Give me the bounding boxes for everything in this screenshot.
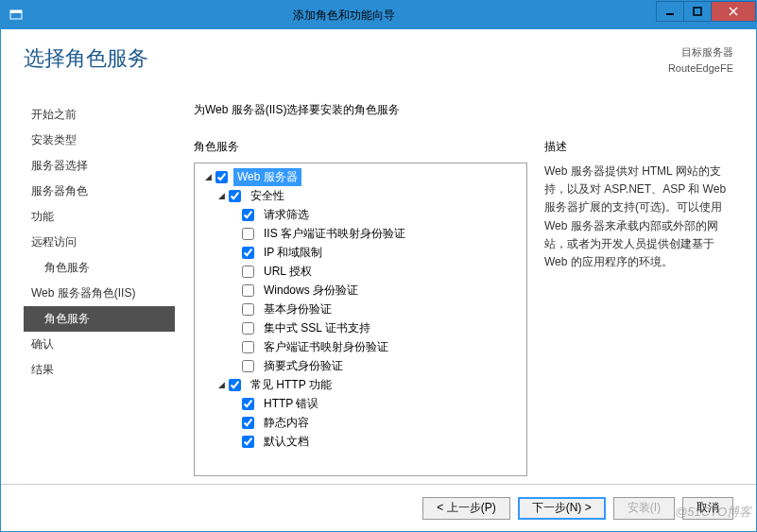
sidebar-step[interactable]: Web 服务器角色(IIS) — [24, 281, 175, 306]
window-title: 添加角色和功能向导 — [31, 8, 657, 24]
titlebar: 添加角色和功能向导 — [1, 1, 756, 29]
tree-row[interactable]: IIS 客户端证书映射身份验证 — [197, 224, 525, 243]
maximize-button[interactable] — [683, 1, 712, 22]
roles-label: 角色服务 — [194, 139, 527, 155]
sidebar-step[interactable]: 功能 — [24, 204, 175, 230]
target-info: 目标服务器 RouteEdgeFE — [668, 44, 733, 76]
content-area: 选择角色服务 目标服务器 RouteEdgeFE 开始之前安装类型服务器选择服务… — [1, 29, 756, 476]
tree-toggle-spacer — [229, 417, 240, 428]
roles-tree[interactable]: ◢Web 服务器◢安全性请求筛选IIS 客户端证书映射身份验证IP 和域限制UR… — [194, 163, 527, 476]
tree-item-label[interactable]: 静态内容 — [260, 414, 313, 432]
close-button[interactable] — [711, 1, 756, 22]
tree-toggle-spacer — [229, 398, 240, 409]
tree-toggle-spacer — [229, 209, 240, 220]
sidebar-step[interactable]: 确认 — [24, 332, 175, 357]
tree-item-label[interactable]: 摘要式身份验证 — [260, 357, 347, 375]
description-text: Web 服务器提供对 HTML 网站的支持，以及对 ASP.NET、ASP 和 … — [544, 163, 733, 271]
description-label: 描述 — [544, 139, 733, 155]
tree-checkbox[interactable] — [242, 284, 254, 297]
tree-row[interactable]: Windows 身份验证 — [197, 281, 525, 300]
app-icon — [9, 8, 24, 23]
tree-item-label[interactable]: 安全性 — [247, 187, 288, 205]
tree-item-label[interactable]: 常见 HTTP 功能 — [247, 376, 335, 394]
collapse-icon[interactable]: ◢ — [202, 171, 214, 182]
tree-item-label[interactable]: 默认文档 — [260, 433, 313, 451]
target-value: RouteEdgeFE — [668, 60, 733, 77]
install-button[interactable]: 安装(I) — [613, 497, 675, 520]
roles-panel: 角色服务 ◢Web 服务器◢安全性请求筛选IIS 客户端证书映射身份验证IP 和… — [194, 139, 527, 476]
sidebar-step[interactable]: 安装类型 — [24, 128, 175, 153]
sidebar-step[interactable]: 服务器角色 — [24, 179, 175, 204]
previous-button[interactable]: < 上一步(P) — [422, 497, 509, 520]
button-bar: < 上一步(P) 下一步(N) > 安装(I) 取消 — [1, 484, 756, 531]
tree-checkbox[interactable] — [242, 209, 254, 221]
collapse-icon[interactable]: ◢ — [215, 190, 227, 201]
tree-item-label[interactable]: 集中式 SSL 证书支持 — [260, 319, 374, 337]
tree-item-label[interactable]: Web 服务器 — [233, 168, 301, 186]
tree-row[interactable]: 集中式 SSL 证书支持 — [197, 318, 525, 337]
next-button[interactable]: 下一步(N) > — [518, 497, 606, 520]
tree-row[interactable]: HTTP 错误 — [197, 394, 525, 413]
svg-rect-3 — [694, 8, 701, 15]
window-controls — [657, 1, 756, 29]
tree-toggle-spacer — [229, 284, 240, 296]
instruction-text: 为Web 服务器(IIS)选择要安装的角色服务 — [194, 102, 733, 118]
tree-row[interactable]: 基本身份验证 — [197, 300, 525, 318]
sidebar-step[interactable]: 服务器选择 — [24, 153, 175, 179]
tree-item-label[interactable]: URL 授权 — [260, 263, 316, 281]
wizard-window: 添加角色和功能向导 选择角色服务 目标服务器 RouteEdgeFE 开始之前安… — [0, 0, 757, 532]
sidebar-step[interactable]: 角色服务 — [24, 255, 175, 281]
tree-toggle-spacer — [229, 322, 240, 334]
tree-toggle-spacer — [229, 341, 240, 352]
tree-item-label[interactable]: 客户端证书映射身份验证 — [260, 338, 392, 356]
tree-row[interactable]: 请求筛选 — [197, 205, 525, 224]
tree-toggle-spacer — [229, 266, 240, 277]
tree-checkbox[interactable] — [242, 303, 254, 316]
tree-toggle-spacer — [229, 247, 240, 258]
tree-row[interactable]: 静态内容 — [197, 413, 525, 432]
tree-checkbox[interactable] — [229, 190, 241, 202]
tree-checkbox[interactable] — [242, 398, 254, 410]
target-label: 目标服务器 — [668, 44, 733, 60]
tree-checkbox[interactable] — [242, 228, 254, 240]
cancel-button[interactable]: 取消 — [682, 497, 733, 520]
tree-toggle-spacer — [229, 360, 240, 371]
tree-row[interactable]: ◢常见 HTTP 功能 — [197, 375, 525, 394]
tree-item-label[interactable]: HTTP 错误 — [260, 395, 322, 413]
sidebar-step[interactable]: 结果 — [24, 357, 175, 383]
wizard-steps-sidebar: 开始之前安装类型服务器选择服务器角色功能远程访问角色服务Web 服务器角色(II… — [24, 102, 175, 476]
tree-checkbox[interactable] — [242, 360, 254, 372]
tree-checkbox[interactable] — [242, 341, 254, 353]
minimize-button[interactable] — [656, 1, 684, 22]
tree-toggle-spacer — [229, 228, 240, 239]
tree-row[interactable]: ◢安全性 — [197, 186, 525, 205]
tree-toggle-spacer — [229, 303, 240, 315]
tree-row[interactable]: 默认文档 — [197, 432, 525, 451]
tree-toggle-spacer — [229, 436, 240, 447]
svg-rect-1 — [10, 10, 22, 13]
collapse-icon[interactable]: ◢ — [215, 379, 227, 390]
tree-checkbox[interactable] — [215, 171, 228, 183]
tree-item-label[interactable]: IIS 客户端证书映射身份验证 — [260, 225, 409, 243]
tree-row[interactable]: URL 授权 — [197, 262, 525, 281]
sidebar-step[interactable]: 角色服务 — [24, 306, 175, 332]
page-title: 选择角色服务 — [24, 44, 148, 73]
description-panel: 描述 Web 服务器提供对 HTML 网站的支持，以及对 ASP.NET、ASP… — [544, 139, 733, 476]
sidebar-step[interactable]: 远程访问 — [24, 230, 175, 255]
tree-item-label[interactable]: 请求筛选 — [260, 206, 313, 224]
sidebar-step[interactable]: 开始之前 — [24, 102, 175, 128]
tree-item-label[interactable]: Windows 身份验证 — [260, 282, 362, 300]
main-panel: 为Web 服务器(IIS)选择要安装的角色服务 角色服务 ◢Web 服务器◢安全… — [194, 102, 733, 476]
tree-checkbox[interactable] — [242, 247, 254, 259]
tree-checkbox[interactable] — [242, 417, 254, 429]
tree-row[interactable]: 摘要式身份验证 — [197, 356, 525, 375]
tree-checkbox[interactable] — [242, 266, 254, 278]
tree-checkbox[interactable] — [229, 379, 241, 391]
tree-item-label[interactable]: IP 和域限制 — [260, 244, 326, 262]
tree-row[interactable]: IP 和域限制 — [197, 243, 525, 262]
tree-row[interactable]: ◢Web 服务器 — [197, 167, 525, 186]
tree-row[interactable]: 客户端证书映射身份验证 — [197, 337, 525, 356]
tree-checkbox[interactable] — [242, 436, 254, 448]
tree-item-label[interactable]: 基本身份验证 — [260, 300, 335, 318]
tree-checkbox[interactable] — [242, 322, 254, 335]
